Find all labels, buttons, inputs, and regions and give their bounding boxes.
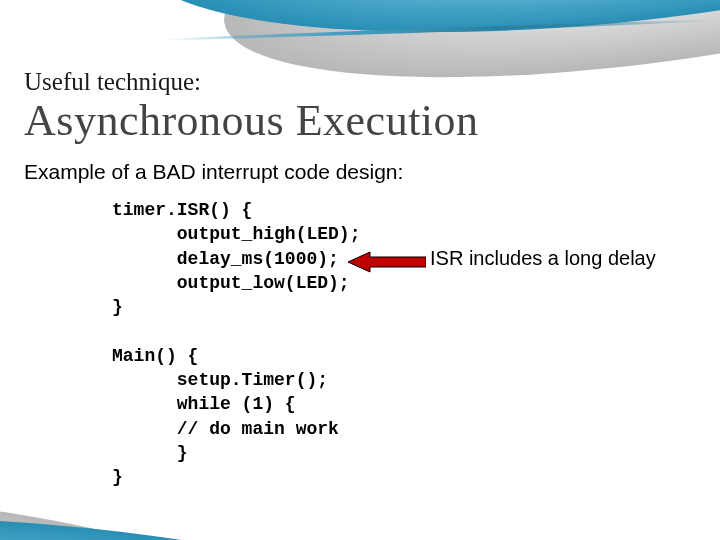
left-arrow-icon [348, 250, 426, 274]
slide-title: Asynchronous Execution [24, 95, 479, 146]
slide-subtitle: Useful technique: [24, 68, 201, 96]
top-line-swoosh [160, 18, 720, 42]
slide: Useful technique: Asynchronous Execution… [0, 0, 720, 540]
example-description: Example of a BAD interrupt code design: [24, 160, 403, 184]
bottom-blue-swoosh [0, 486, 507, 540]
annotation-text: ISR includes a long delay [430, 247, 656, 270]
arrow-shape [348, 252, 426, 272]
code-block: timer.ISR() { output_high(LED); delay_ms… [112, 198, 360, 490]
top-blue-swoosh [133, 0, 720, 64]
